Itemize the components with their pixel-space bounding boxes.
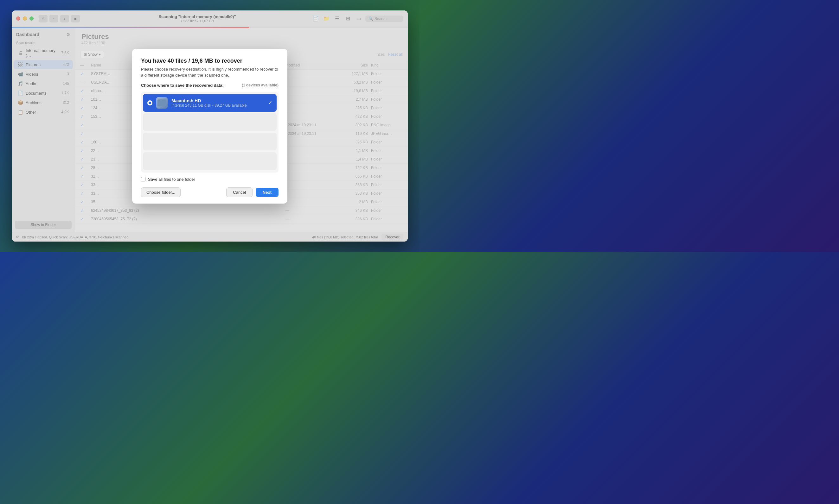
modal-device-list: Macintosh HD Internal 245,11 GB disk • 8… <box>141 92 279 173</box>
modal-title: You have 40 files / 19,6 MB to recover <box>141 58 279 64</box>
modal-overlay: You have 40 files / 19,6 MB to recover P… <box>12 11 408 241</box>
modal-description: Please choose recovery destination. It i… <box>141 66 279 78</box>
modal-save-one-folder: Save all files to one folder <box>141 177 279 182</box>
device-icon <box>156 97 168 109</box>
choose-folder-button[interactable]: Choose folder... <box>141 187 180 197</box>
device-info: Macintosh HD Internal 245,11 GB disk • 8… <box>171 98 264 108</box>
recovery-modal: You have 40 files / 19,6 MB to recover P… <box>132 49 287 203</box>
next-button[interactable]: Next <box>256 188 279 197</box>
device-checkmark-icon: ✓ <box>268 100 272 106</box>
device-radio <box>147 100 152 105</box>
modal-actions: Choose folder... Cancel Next <box>141 187 279 197</box>
device-item-macintosh-hd[interactable]: Macintosh HD Internal 245,11 GB disk • 8… <box>143 94 277 112</box>
modal-destination-text: Choose where to save the recovered data: <box>141 83 224 88</box>
cancel-button[interactable]: Cancel <box>226 187 252 197</box>
empty-device-slot-3 <box>143 152 277 170</box>
app-window: ⌂ ‹ › ■ Scanning "Internal memory (mmcbl… <box>12 11 408 241</box>
empty-device-slot-1 <box>143 113 277 131</box>
hdd-drive-icon <box>157 100 167 106</box>
modal-destination-label: Choose where to save the recovered data:… <box>141 83 279 88</box>
device-radio-inner <box>148 102 151 104</box>
save-one-folder-checkbox[interactable] <box>141 177 145 181</box>
device-detail: Internal 245,11 GB disk • 89,27 GB avail… <box>171 103 264 108</box>
empty-device-slot-2 <box>143 133 277 150</box>
device-name: Macintosh HD <box>171 98 264 103</box>
save-one-folder-label[interactable]: Save all files to one folder <box>148 177 195 182</box>
modal-devices-available: (1 devices available) <box>242 83 279 87</box>
